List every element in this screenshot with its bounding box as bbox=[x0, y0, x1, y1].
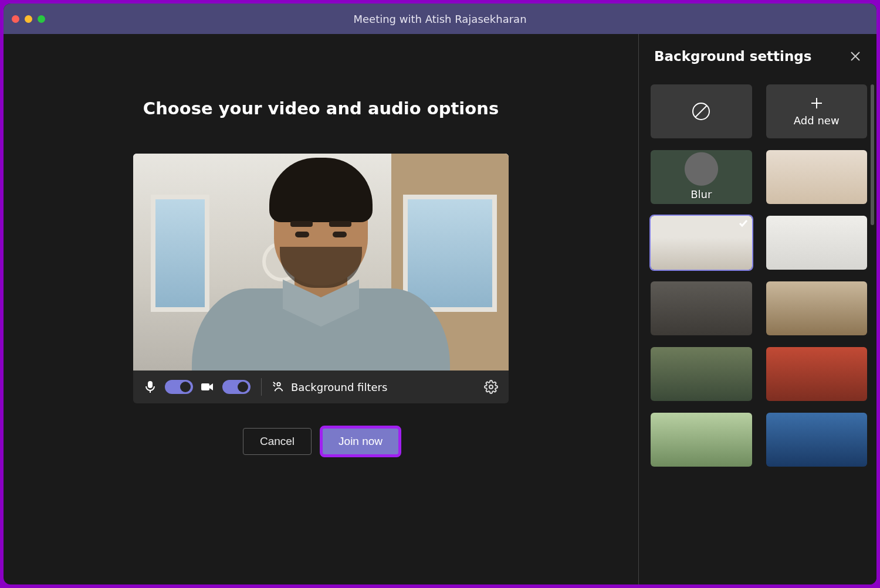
panel-header: Background settings bbox=[639, 34, 876, 79]
background-option-add-new[interactable]: Add new bbox=[766, 84, 868, 138]
video-preview bbox=[133, 154, 509, 371]
blur-label: Blur bbox=[651, 188, 752, 200]
background-option-room-7[interactable] bbox=[766, 347, 868, 401]
join-now-button[interactable]: Join now bbox=[322, 428, 399, 455]
divider bbox=[261, 378, 262, 396]
svg-rect-0 bbox=[148, 381, 153, 388]
video-preview-card: Background filters bbox=[133, 154, 509, 403]
filters-icon bbox=[272, 380, 285, 393]
add-new-label: Add new bbox=[794, 114, 840, 127]
camera-person bbox=[192, 159, 450, 371]
background-option-room-5[interactable] bbox=[766, 281, 868, 335]
maximize-window-button[interactable] bbox=[38, 15, 45, 23]
background-option-room-2[interactable] bbox=[651, 216, 752, 270]
app-window: Meeting with Atish Rajasekharan Choose y… bbox=[4, 4, 876, 584]
window-title: Meeting with Atish Rajasekharan bbox=[4, 13, 876, 25]
background-option-room-8[interactable] bbox=[651, 413, 752, 467]
svg-point-3 bbox=[277, 383, 280, 386]
background-option-room-6[interactable] bbox=[651, 347, 752, 401]
background-option-room-1[interactable] bbox=[766, 150, 868, 204]
content-area: Choose your video and audio options bbox=[4, 34, 876, 584]
none-icon bbox=[691, 101, 711, 121]
svg-line-5 bbox=[273, 385, 275, 386]
svg-line-10 bbox=[695, 106, 707, 117]
minimize-window-button[interactable] bbox=[25, 15, 32, 23]
background-filters-label: Background filters bbox=[291, 381, 387, 393]
background-grid: Add new Blur bbox=[651, 84, 867, 467]
check-icon bbox=[738, 218, 749, 229]
svg-rect-2 bbox=[201, 383, 209, 390]
svg-line-4 bbox=[273, 382, 276, 385]
av-controls-bar: Background filters bbox=[133, 371, 509, 403]
svg-point-6 bbox=[489, 385, 493, 389]
background-option-room-4[interactable] bbox=[651, 281, 752, 335]
background-option-room-9[interactable] bbox=[766, 413, 868, 467]
titlebar: Meeting with Atish Rajasekharan bbox=[4, 4, 876, 34]
background-settings-panel: Background settings bbox=[639, 34, 876, 584]
background-grid-scroll[interactable]: Add new Blur bbox=[639, 79, 876, 584]
camera-toggle[interactable] bbox=[222, 380, 251, 394]
close-panel-button[interactable] bbox=[849, 50, 861, 62]
scrollbar[interactable] bbox=[871, 84, 874, 225]
action-buttons: Cancel Join now bbox=[243, 428, 399, 455]
microphone-icon bbox=[144, 380, 157, 393]
camera-icon bbox=[201, 380, 214, 393]
close-window-button[interactable] bbox=[12, 15, 19, 23]
background-filters-button[interactable]: Background filters bbox=[272, 380, 387, 393]
window-controls bbox=[12, 15, 45, 23]
background-option-none[interactable] bbox=[651, 84, 752, 138]
background-option-blur[interactable]: Blur bbox=[651, 150, 752, 204]
background-option-room-3[interactable] bbox=[766, 216, 868, 270]
page-heading: Choose your video and audio options bbox=[143, 98, 499, 118]
cancel-button[interactable]: Cancel bbox=[243, 428, 312, 455]
device-settings-button[interactable] bbox=[484, 380, 498, 394]
microphone-toggle[interactable] bbox=[165, 380, 193, 394]
pre-join-panel: Choose your video and audio options bbox=[4, 34, 639, 584]
panel-title: Background settings bbox=[654, 49, 812, 64]
plus-icon bbox=[810, 97, 823, 110]
